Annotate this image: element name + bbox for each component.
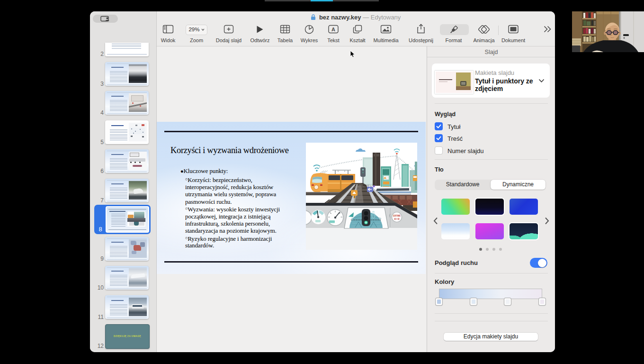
svg-text:A: A [331, 27, 335, 32]
svg-text:ERTMS: ERTMS [393, 215, 401, 217]
